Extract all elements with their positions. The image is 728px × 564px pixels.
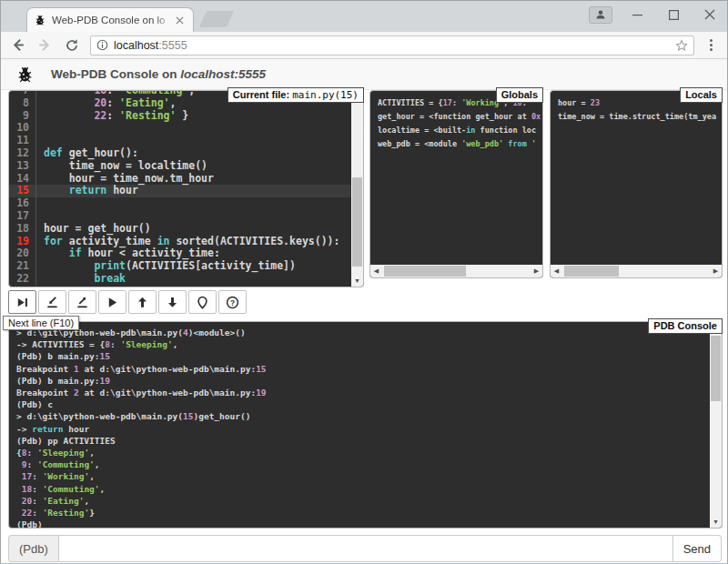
where-pin-button[interactable] [188,290,217,314]
debugger-toolbar: ? [8,290,247,314]
line-number: 16 [9,197,36,210]
code-line: 15 return hour [9,185,351,197]
console-line: time_now = time.struct_time(tm_yea [558,110,722,124]
code-line: 16 [9,197,351,210]
tab-strip: Web-PDB Console on lo [1,1,727,32]
line-number: 15 [9,185,36,197]
browser-menu-button[interactable] [702,39,720,51]
code-line: 22 break [9,273,351,286]
browser-window: Web-PDB Console on lo [0,0,728,564]
console-line: 20: 'Eating', [16,495,710,507]
console-lines: > d:\git\python-web-pdb\main.py(4)<modul… [9,322,710,528]
scroll-right-icon[interactable]: ▶ [531,265,542,277]
code-line: 9 22: 'Resting' } [9,110,351,123]
send-button[interactable]: Send [673,535,722,562]
console-line: 17: 'Working', [16,470,710,482]
command-input[interactable] [58,535,673,562]
globals-lines: ACTIVITIES = {17: 'Working', 18: 'get_ho… [370,91,542,265]
current-file-label: Current file: main.py(15) [228,87,364,103]
window-close-button[interactable] [698,5,722,25]
new-tab-button[interactable] [199,11,234,27]
continue-button[interactable] [98,290,126,314]
scroll-down-icon[interactable]: ▼ [710,516,722,528]
scroll-left-icon[interactable]: ◀ [370,265,382,277]
console-line: > d:\git\python-web-pdb\main.py(4)<modul… [16,327,710,338]
bookmark-star-icon[interactable] [675,39,688,52]
console-line: > d:\git\python-web-pdb\main.py(15)get_h… [16,410,710,422]
pdb-prompt-label: (Pdb) [8,535,58,562]
console-line: {8: 'Sleeping', [16,447,710,458]
console-line: 18: 'Commuting', [16,483,710,495]
console-line: (Pdb) [16,519,710,528]
scroll-down-icon[interactable]: ▼ [351,275,363,287]
web-pdb-page: Web-PDB Console on localhost:5555 Curren… [1,59,727,563]
console-line: (Pdb) b main.py:15 [16,350,710,362]
pdb-console-label: PDB Console [648,318,723,334]
console-line: (Pdb) b main.py:19 [16,375,710,387]
code-line: 13 time_now = localtime() [9,160,351,173]
step-out-button[interactable] [68,290,96,314]
code-lines: 7 18: 'Commuting',8 20: 'Eating',9 22: '… [9,91,351,286]
console-line: localtime = <built-in function loc [378,124,542,137]
console-line: 22: 'Resting'} [16,507,710,519]
favicon-bug-icon [34,14,46,26]
scroll-left-icon[interactable]: ◀ [551,265,562,277]
code-line: 20 if hour < activity_time: [9,247,351,260]
line-number: 17 [9,210,36,223]
app-header: Web-PDB Console on localhost:5555 [1,59,727,90]
globals-label: Globals [496,87,543,103]
console-line: 9: 'Commuting', [16,458,710,470]
locals-lines: hour = 23time_now = time.struct_time(tm_… [551,91,722,265]
console-line: -> return hour [16,423,710,435]
line-number: 20 [9,247,36,260]
console-vertical-scrollbar[interactable]: ▲ ▼ [710,322,722,528]
minimize-button[interactable] [625,5,649,25]
line-number: 18 [9,223,36,236]
down-stack-frame-button[interactable] [158,290,187,314]
next-line-button[interactable] [8,290,36,314]
code-line: 17 [9,210,351,223]
line-number: 21 [9,260,36,273]
line-number: 22 [9,273,36,286]
code-line: 11 [9,135,351,147]
console-line: web_pdb = <module 'web_pdb' from ' [378,137,542,151]
next-line-tooltip: Next line (F10) [3,316,79,330]
back-button[interactable] [6,35,28,56]
line-number: 11 [9,135,36,147]
url-text: localhost:5555 [114,39,187,52]
code-line: 18hour = get_hour() [9,223,351,236]
line-number: 8 [9,97,36,110]
profile-button[interactable] [589,6,612,24]
code-vertical-scrollbar[interactable]: ▲ ▼ [351,91,363,287]
line-number: 10 [9,122,36,135]
reload-button[interactable] [61,35,83,56]
current-file-panel: Current file: main.py(15) 7 18: 'Commuti… [8,90,364,287]
globals-horizontal-scrollbar[interactable]: ◀ ▶ [370,265,542,277]
console-line: Breakpoint 2 at d:\git\python-web-pdb\ma… [16,387,710,398]
page-info-icon[interactable] [96,39,108,51]
url-bar[interactable]: localhost:5555 [90,35,694,55]
line-number: 19 [9,236,36,248]
code-line: 10 [9,122,351,135]
locals-horizontal-scrollbar[interactable]: ◀ ▶ [551,265,722,277]
console-line: Breakpoint 1 at d:\git\python-web-pdb\ma… [16,363,710,375]
up-stack-frame-button[interactable] [128,290,157,314]
step-into-button[interactable] [38,290,66,314]
line-number: 9 [9,110,36,123]
tab-close-icon[interactable] [173,14,187,27]
tab-title: Web-PDB Console on lo [52,15,173,25]
page-title: Web-PDB Console on localhost:5555 [51,67,266,81]
console-line: -> ACTIVITIES = {8: 'Sleeping', [16,338,710,350]
console-line: (Pdb) pp ACTIVITIES [16,435,710,447]
forward-button[interactable] [34,35,56,56]
scroll-right-icon[interactable]: ▶ [710,265,722,277]
help-button[interactable]: ? [218,290,247,314]
line-number: 13 [9,160,36,173]
maximize-button[interactable] [662,5,685,25]
console-line: get_hour = <function get_hour at 0x [378,110,542,124]
code-line: 19for activity_time in sorted(ACTIVITIES… [9,236,351,248]
browser-toolbar: localhost:5555 [1,32,727,59]
browser-tab[interactable]: Web-PDB Console on lo [26,7,194,32]
code-line: 21 print(ACTIVITIES[activity_time]) [9,260,351,273]
pdb-console-panel: PDB Console > d:\git\python-web-pdb\main… [8,321,723,529]
